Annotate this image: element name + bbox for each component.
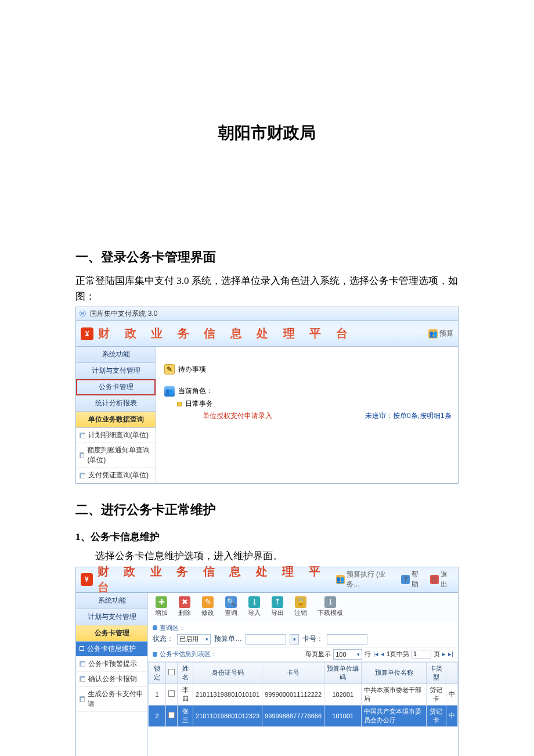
toolbar-查询-button[interactable]: 🔍查询: [221, 595, 241, 618]
table-row[interactable]: 1李四2101131988010101019999000011112222102…: [149, 683, 458, 705]
card-no-label: 卡号：: [302, 634, 323, 644]
app2-window: ¥ 财 政 业 务 信 息 处 理 平 台 👥 预算执行 (业务… ? 帮助 ⍈…: [75, 567, 459, 756]
bullet-icon: [80, 661, 85, 667]
list-area-title: 公务卡信息列表区：: [160, 650, 217, 658]
toolbar-icon: ⤒: [272, 596, 283, 608]
banner-exit-label: 退出: [441, 570, 453, 589]
filter-area-title: 查询区：: [160, 624, 185, 632]
toolbar-下载模板-button[interactable]: ⤓下载模板: [314, 595, 347, 618]
banner-help-button[interactable]: ? 帮助: [401, 570, 424, 589]
app1-banner: ¥ 财 政 业 务 信 息 处 理 平 台 👥 预算: [76, 321, 458, 347]
exit-icon: ⍈: [430, 575, 439, 584]
section1-heading: 一、登录公务卡管理界面: [75, 249, 459, 266]
toolbar-导出-button[interactable]: ⤒导出: [268, 595, 287, 618]
col-header[interactable]: 身份证号码: [193, 662, 262, 683]
app2-nav: 系统功能计划与支付管理公务卡管理 公务卡信息维护公务卡预警提示确认公务卡报销生成…: [76, 593, 148, 756]
toolbar-icon: ✚: [156, 596, 167, 608]
banner-budget-exec-button[interactable]: 👥 预算执行 (业务…: [336, 570, 395, 589]
app1-titlebar: ⓔ 国库集中支付系统 3.0: [76, 307, 458, 321]
col-header[interactable]: [446, 662, 457, 683]
toolbar-icon: ✎: [202, 596, 214, 608]
nav-item[interactable]: 系统功能: [76, 593, 147, 609]
section2-heading: 二、进行公务卡正常维护: [75, 501, 459, 519]
task-link-blue[interactable]: 未送审：按单0条,按明细1条: [365, 411, 452, 421]
checkbox[interactable]: [168, 669, 175, 675]
ie-icon: ⓔ: [80, 310, 86, 317]
nav-item[interactable]: 单位业务数据查询: [76, 412, 156, 428]
toolbar-label: 注销: [294, 609, 307, 617]
task-bullet-icon: [177, 402, 182, 406]
nav-sub-item[interactable]: 公务卡预警提示: [76, 657, 147, 672]
page-next-button[interactable]: ▸: [442, 650, 446, 658]
card-no-input[interactable]: [327, 634, 367, 645]
section2-1-paragraph: 选择公务卡信息维护选项，进入维护界面。: [75, 548, 459, 564]
section1-paragraph: 正常登陆国库集中支付 3.0 系统，选择单位录入角色进入系统，选择公务卡管理选项…: [75, 273, 459, 304]
nav-sub-item[interactable]: 生成公务卡支付申请: [76, 687, 147, 712]
toolbar-icon: 🔍: [225, 596, 237, 608]
nav-sub-item[interactable]: 支付凭证查询(单位): [76, 468, 156, 483]
state-label: 状态：: [153, 634, 174, 644]
bullet-icon: [80, 452, 84, 458]
nav-item[interactable]: 统计分析报表: [76, 395, 156, 412]
checkbox[interactable]: [168, 712, 175, 718]
app1-banner-budget-label: 预算: [439, 329, 453, 339]
pager: 每页显示 100 ▾ 行 |◂ ◂ 1页中第 页 ▸ ▸|: [305, 649, 453, 660]
page-of-label-2: 页: [434, 650, 440, 658]
toolbar-label: 下载模板: [317, 609, 343, 617]
page-prev-button[interactable]: ◂: [381, 650, 384, 658]
bullet-icon: [80, 433, 85, 438]
nav-sub-item[interactable]: 公务卡信息维护: [76, 642, 147, 657]
card-info-table: 锁定姓名身份证号码卡号预算单位编码预算单位名称卡类型 1李四2101131988…: [148, 662, 458, 727]
toolbar-增加-button[interactable]: ✚增加: [151, 595, 171, 618]
app1-window: ⓔ 国库集中支付系统 3.0 ¥ 财 政 业 务 信 息 处 理 平 台 👥 预…: [75, 307, 459, 484]
banner-exit-button[interactable]: ⍈ 退出: [430, 570, 453, 589]
col-header[interactable]: 锁定: [149, 662, 166, 683]
nav-item[interactable]: 公务卡管理: [76, 379, 156, 395]
banner-budget-exec-label: 预算执行 (业务…: [347, 570, 395, 589]
table-row[interactable]: 2张三2101101988010123239999988877776666101…: [149, 705, 458, 726]
nav-sub-item[interactable]: 确认公务卡报销: [76, 672, 147, 687]
checkbox[interactable]: [168, 690, 175, 697]
page-current-input[interactable]: [412, 650, 431, 658]
toolbar-icon: ⤓: [324, 596, 336, 608]
col-header[interactable]: 卡类型: [426, 662, 446, 683]
nav-sub-item[interactable]: 额度到账通知单查询(单位): [76, 443, 156, 468]
col-header[interactable]: 姓名: [178, 662, 193, 683]
col-header[interactable]: 预算单位名称: [362, 662, 426, 683]
toolbar-icon: ✖: [179, 596, 190, 608]
nav-item[interactable]: 公务卡管理: [76, 625, 147, 642]
col-header[interactable]: 预算单位编码: [324, 662, 362, 683]
banner-help-label: 帮助: [412, 570, 424, 589]
page-last-button[interactable]: ▸|: [448, 650, 453, 658]
app2-banner: ¥ 财 政 业 务 信 息 处 理 平 台 👥 预算执行 (业务… ? 帮助 ⍈…: [76, 567, 458, 593]
col-header[interactable]: 卡号: [262, 662, 324, 683]
chevron-down-icon: ▾: [205, 636, 208, 642]
nav-item[interactable]: 系统功能: [76, 347, 156, 363]
app2-toolbar: ✚增加✖删除✎修改🔍查询⤓导入⤒导出🔒注销⤓下载模板: [148, 593, 458, 621]
help-icon: ?: [401, 575, 410, 584]
bullet-icon: [80, 696, 85, 702]
budget-unit-picker-button[interactable]: ▾: [290, 634, 299, 645]
pending-icon: ✎: [164, 364, 175, 375]
app1-nav: 系统功能计划与支付管理公务卡管理统计分析报表单位业务数据查询 计划明细查询(单位…: [76, 347, 156, 483]
toolbar-修改-button[interactable]: ✎修改: [198, 595, 218, 618]
page-first-button[interactable]: |◂: [373, 650, 378, 658]
per-page-value: 100: [335, 651, 346, 658]
toolbar-注销-button[interactable]: 🔒注销: [291, 595, 311, 618]
toolbar-删除-button[interactable]: ✖删除: [175, 595, 194, 618]
task-link-red[interactable]: 单位授权支付申请录入: [203, 411, 272, 421]
budget-unit-input[interactable]: [246, 634, 286, 645]
nav-item[interactable]: 计划与支付管理: [76, 363, 156, 379]
per-page-select[interactable]: 100 ▾: [333, 649, 362, 660]
state-select[interactable]: 已启用 ▾: [177, 634, 211, 645]
toolbar-导入-button[interactable]: ⤓导入: [244, 595, 264, 618]
toolbar-label: 查询: [225, 609, 237, 617]
app1-banner-budget-button[interactable]: 👥 预算: [428, 329, 453, 339]
nav-item[interactable]: 计划与支付管理: [76, 609, 147, 625]
user-icon: 👥: [336, 575, 345, 584]
chevron-down-icon: ▾: [357, 651, 360, 657]
nav-sub-item[interactable]: 计划明细查询(单位): [76, 428, 156, 443]
user-icon: 👥: [428, 329, 438, 339]
col-header[interactable]: [166, 662, 178, 683]
role-task: 日常事务: [185, 399, 213, 409]
